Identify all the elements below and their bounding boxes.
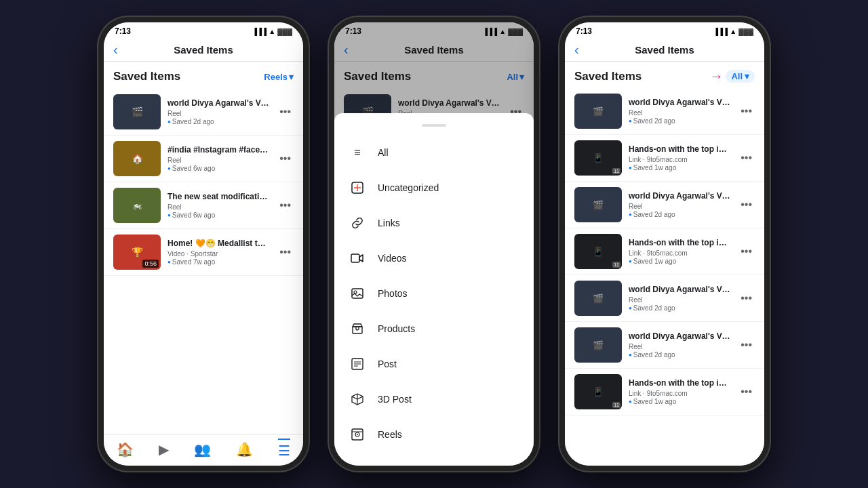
people-nav-icon[interactable]: 👥 [194, 441, 211, 458]
item-thumbnail: 🎬 [574, 281, 622, 316]
dropdown-label-links: Links [378, 218, 400, 228]
item-thumbnail: 🎬 [113, 94, 161, 129]
item-info: Hands-on with the top iOS 15 features fo… [629, 238, 731, 265]
item-title: Hands-on with the top iOS 15 features fo… [629, 144, 731, 155]
more-button[interactable]: ••• [277, 103, 294, 121]
more-button[interactable]: ••• [738, 102, 755, 120]
sheet-handle [422, 124, 446, 127]
links-icon [348, 214, 367, 232]
more-button[interactable]: ••• [738, 383, 755, 401]
item-thumbnail: 🏍 [113, 188, 161, 223]
phone-1-screen: 7:13 ▐▐▐ ▲ ▓▓▓ ‹ Saved Items Saved Items… [104, 22, 303, 466]
item-info: Hands-on with the top iOS 15 features fo… [629, 144, 731, 171]
menu-nav-icon[interactable]: ☰ [278, 439, 290, 459]
uncategorized-icon [348, 178, 367, 197]
reels-icon [348, 425, 367, 444]
dropdown-item-videos[interactable]: Videos [334, 241, 534, 276]
item-title: The new seat modification.... Jawa perak [167, 192, 270, 203]
item-meta: ● Saved 1w ago [629, 258, 731, 265]
svg-point-5 [354, 291, 357, 293]
back-button-1[interactable]: ‹ [113, 42, 118, 58]
thumb-icon: 🏠 [113, 141, 161, 176]
item-info: The new seat modification.... Jawa perak… [167, 192, 270, 219]
filter-button-1[interactable]: Reels ▾ [264, 72, 294, 82]
dropdown-item-reels[interactable]: Reels ← [334, 417, 534, 452]
item-type: Reel [629, 109, 731, 117]
more-button[interactable]: ••• [277, 243, 294, 261]
item-meta: ● Saved 2d ago [629, 117, 731, 125]
more-button[interactable]: ••• [738, 149, 755, 167]
item-thumbnail: 📱 11 [574, 374, 622, 409]
dot-icon: ● [167, 259, 171, 265]
status-bar-1: 7:13 ▐▐▐ ▲ ▓▓▓ [104, 22, 303, 39]
item-info: Home! 🧡😁 Medallist touchdown. Mirabai...… [167, 239, 270, 266]
dropdown-item-links[interactable]: Links [334, 205, 534, 241]
list-item: 🎬 world Divya Agarwal's Video Reel ● Sav… [565, 182, 764, 228]
item-type: Video · Sportstar [167, 250, 270, 258]
list-item: 📱 11 Hands-on with the top iOS 15 featur… [565, 135, 764, 182]
list-item: 🏆 0:56 Home! 🧡😁 Medallist touchdown. Mir… [104, 229, 303, 276]
3dpost-icon [348, 390, 367, 409]
status-bar-3: 7:13 ▐▐▐ ▲ ▓▓▓ [565, 22, 764, 39]
dropdown-label-videos: Videos [378, 253, 407, 264]
item-title: world Divya Agarwal's Video [629, 285, 731, 296]
more-button[interactable]: ••• [738, 243, 755, 260]
more-button[interactable]: ••• [738, 336, 755, 354]
video-nav-icon[interactable]: ▶ [159, 441, 169, 458]
more-button[interactable]: ••• [277, 197, 294, 214]
dot-icon: ● [167, 165, 171, 171]
dropdown-item-post[interactable]: Post [334, 346, 534, 382]
post-icon [348, 354, 367, 373]
more-button[interactable]: ••• [738, 289, 755, 307]
filter-button-3[interactable]: All ▾ [726, 70, 755, 83]
back-button-3[interactable]: ‹ [574, 42, 579, 58]
svg-rect-3 [351, 254, 359, 262]
item-thumbnail: 🏆 0:56 [113, 235, 161, 270]
item-meta: ● Saved 1w ago [629, 398, 731, 405]
item-title: #india #Instagram #facebook #nature [167, 145, 270, 156]
section-title-3: Saved Items [574, 70, 642, 83]
item-meta: ● Saved 1w ago [629, 164, 731, 171]
dot-icon: ● [629, 118, 632, 124]
phone-3-screen: 7:13 ▐▐▐ ▲ ▓▓▓ ‹ Saved Items Saved Items… [565, 22, 764, 466]
item-info: world Divya Agarwal's Video Reel ● Saved… [629, 98, 731, 125]
item-info: #india #Instagram #facebook #nature Reel… [167, 145, 270, 172]
section-header-3: Saved Items → All ▾ [565, 62, 764, 88]
bell-nav-icon[interactable]: 🔔 [236, 441, 253, 458]
item-thumbnail: 🎬 [574, 94, 622, 129]
more-button[interactable]: ••• [738, 196, 755, 214]
dropdown-item-products[interactable]: Products [334, 311, 534, 346]
more-button[interactable]: ••• [277, 150, 294, 167]
item-thumbnail: 📱 11 [574, 140, 622, 176]
item-title: Home! 🧡😁 Medallist touchdown. Mirabai... [167, 239, 270, 249]
item-info: world Divya Agarwal's Video Reel ● Saved… [629, 331, 731, 359]
item-meta: ● Saved 2d ago [629, 351, 731, 359]
item-info: Hands-on with the top iOS 15 features fo… [629, 378, 731, 405]
item-meta: ● Saved 2d ago [629, 304, 731, 312]
item-type: Link · 9to5mac.com [629, 249, 731, 257]
dot-icon: ● [629, 399, 632, 405]
list-item: 🎬 world Divya Agarwal's Video Reel ● Sav… [104, 89, 303, 136]
home-nav-icon[interactable]: 🏠 [117, 441, 134, 458]
item-meta: ● Saved 2d ago [167, 118, 270, 125]
item-meta: ● Saved 7w ago [167, 258, 270, 266]
signal-icon: ▐▐▐ [252, 28, 267, 35]
dropdown-label-photos: Photos [378, 288, 408, 299]
item-title: world Divya Agarwal's Video [167, 98, 270, 109]
dropdown-label-uncategorized: Uncategorized [378, 182, 439, 193]
item-title: world Divya Agarwal's Video [629, 331, 731, 342]
dropdown-item-photos[interactable]: Photos [334, 276, 534, 311]
dropdown-item-uncategorized[interactable]: Uncategorized [334, 170, 534, 205]
item-type: Reel [629, 296, 731, 304]
nav-bar-1: ‹ Saved Items [104, 39, 303, 62]
list-item: 🎬 world Divya Agarwal's Video Reel ● Sav… [565, 322, 764, 369]
status-time-1: 7:13 [115, 26, 131, 36]
dropdown-label-products: Products [378, 323, 415, 334]
item-title: Hands-on with the top iOS 15 features fo… [629, 378, 731, 389]
list-item: 📱 11 Hands-on with the top iOS 15 featur… [565, 228, 764, 275]
svg-point-13 [357, 434, 358, 435]
dropdown-item-all[interactable]: ≡ All [334, 135, 534, 170]
item-type: Reel [629, 343, 731, 350]
dropdown-item-3dpost[interactable]: 3D Post [334, 382, 534, 417]
item-meta: ● Saved 6w ago [167, 165, 270, 172]
